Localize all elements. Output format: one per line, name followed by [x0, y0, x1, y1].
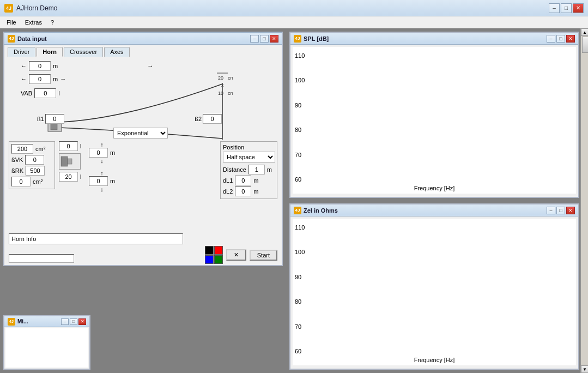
distance-label: Distance: [223, 166, 246, 173]
position-panel: Position Half space Full space Quarter s…: [220, 141, 277, 199]
small-box-input[interactable]: 0: [11, 177, 31, 186]
mini-titlebar: 4J Mi... – □ ✕: [4, 316, 89, 327]
throat-area-input[interactable]: 200: [11, 144, 33, 154]
distance-input[interactable]: 1: [248, 165, 265, 175]
flare-type-select[interactable]: Exponential Conical Tractrix Hyperbolic: [113, 128, 168, 139]
color-swatches: [205, 246, 223, 264]
flare-type-row: Exponential Conical Tractrix Hyperbolic: [113, 128, 168, 139]
app-title: AJHorn Demo: [16, 4, 549, 12]
horn-info-input[interactable]: Horn Info: [9, 233, 183, 244]
throat-params-box: 200 cm² ßVK 0 ßRK 500 0 cm²: [9, 141, 55, 189]
scroll-up-arrow[interactable]: ▲: [581, 28, 588, 36]
mini-close[interactable]: ✕: [78, 318, 86, 325]
dl2-input[interactable]: 0: [235, 186, 251, 196]
zel-y-90: 90: [295, 274, 305, 280]
minimize-button[interactable]: –: [549, 3, 560, 13]
throat-area-unit: cm²: [35, 146, 45, 152]
dl1-input[interactable]: 0: [235, 176, 251, 185]
data-input-minimize[interactable]: –: [250, 35, 259, 43]
duct-boxes: 0 l 20 l: [59, 141, 81, 182]
data-input-close[interactable]: ✕: [270, 35, 278, 43]
svg-rect-10: [68, 159, 72, 164]
progress-row: [9, 254, 74, 263]
spl-close[interactable]: ✕: [566, 35, 575, 43]
duct-vol2-input[interactable]: 20: [59, 172, 78, 182]
spl-title: SPL [dB]: [304, 35, 329, 42]
horn-info-row: Horn Info: [9, 233, 183, 244]
color-btn-4[interactable]: [214, 255, 223, 264]
zel-minimize[interactable]: –: [547, 207, 555, 214]
cancel-button[interactable]: ✕: [226, 249, 246, 261]
svg-text:cm: cm: [228, 75, 233, 81]
data-input-maximize[interactable]: □: [260, 35, 269, 43]
menu-help[interactable]: ?: [46, 18, 58, 27]
zel-chart-window: 4J Zel in Ohms – □ ✕ 110 100 90 80 70: [289, 203, 579, 370]
right-panel: 4J SPL [dB] – □ ✕ 110 100 90 80 70: [286, 28, 588, 373]
svg-text:x: x: [221, 82, 224, 88]
spl-controls: – □ ✕: [547, 35, 575, 43]
speaker-graphic: [59, 153, 81, 170]
position-label: Position: [223, 144, 275, 151]
zel-close[interactable]: ✕: [566, 207, 575, 214]
zel-y-axis: 110 100 90 80 70 60: [295, 224, 305, 354]
spl-minimize[interactable]: –: [547, 35, 555, 43]
tab-driver[interactable]: Driver: [8, 47, 35, 57]
spl-y-60: 60: [295, 176, 305, 183]
spl-maximize[interactable]: □: [556, 35, 565, 43]
tab-axes[interactable]: Axes: [104, 47, 129, 57]
data-input-window: 4J Data input – □ ✕ Driver Horn Crossove…: [3, 32, 283, 266]
zel-maximize[interactable]: □: [556, 207, 565, 214]
scroll-down-arrow[interactable]: ▼: [581, 365, 588, 373]
close-button[interactable]: ✕: [573, 3, 584, 13]
bvk-input[interactable]: 0: [25, 155, 44, 165]
b2-row: ß2 0: [195, 114, 222, 124]
mini-maximize[interactable]: □: [70, 318, 77, 325]
spl-x-label: Frequency [Hz]: [414, 185, 455, 191]
horn-tab-content: ← 0 m → ← 0 m → VAB 0 l: [4, 57, 282, 269]
color-btn-1[interactable]: [205, 246, 214, 255]
b2-input[interactable]: 0: [203, 114, 222, 124]
tabs-bar: Driver Horn Crossover Axes: [4, 45, 282, 57]
tab-crossover[interactable]: Crossover: [64, 47, 103, 57]
duct-len1-input[interactable]: 0: [89, 148, 108, 158]
duct-len2-input[interactable]: 0: [89, 176, 108, 186]
svg-text:10: 10: [218, 91, 223, 96]
mini-icon: 4J: [8, 318, 15, 326]
spl-y-90: 90: [295, 102, 305, 109]
scroll-thumb[interactable]: [582, 37, 588, 53]
b1-input[interactable]: 0: [45, 114, 64, 124]
b1-row: ß1 0: [37, 114, 64, 124]
duct-vol1-input[interactable]: 0: [59, 141, 78, 151]
main-area: 4J Data input – □ ✕ Driver Horn Crossove…: [0, 28, 588, 373]
data-input-titlebar: 4J Data input – □ ✕: [4, 33, 282, 45]
svg-rect-9: [61, 157, 68, 166]
title-bar: 4J AJHorn Demo – □ ✕: [0, 0, 588, 16]
data-input-controls: – □ ✕: [250, 35, 278, 43]
action-buttons: ✕ Start: [205, 246, 277, 264]
position-type-select[interactable]: Half space Full space Quarter space Eigh…: [223, 152, 275, 163]
mini-content[interactable]: [5, 328, 88, 368]
maximize-button[interactable]: □: [561, 3, 572, 13]
zel-y-70: 70: [295, 323, 305, 330]
zel-y-110: 110: [295, 224, 305, 231]
spl-titlebar: 4J SPL [dB] – □ ✕: [290, 33, 578, 45]
color-btn-2[interactable]: [214, 246, 223, 255]
progress-bar: [9, 254, 74, 263]
start-button[interactable]: Start: [250, 250, 277, 261]
data-input-icon: 4J: [8, 35, 15, 43]
svg-text:cm: cm: [228, 91, 233, 96]
menu-file[interactable]: File: [2, 18, 21, 27]
mini-window: 4J Mi... – □ ✕: [3, 315, 90, 370]
app-icon: 4J: [4, 4, 13, 13]
brk-input[interactable]: 500: [26, 166, 45, 176]
mini-minimize[interactable]: –: [61, 318, 69, 325]
color-btn-3[interactable]: [205, 255, 214, 264]
duct-lengths: ↑ 0 m ↓ ↑ 0 m ↓: [89, 141, 115, 192]
spl-icon: 4J: [294, 35, 301, 43]
main-scrollbar[interactable]: ▲ ▼: [580, 28, 588, 373]
menu-extras[interactable]: Extras: [21, 18, 46, 27]
tab-horn[interactable]: Horn: [37, 47, 63, 57]
zel-title: Zel in Ohms: [304, 207, 338, 214]
svg-text:20: 20: [218, 75, 223, 81]
spl-chart-area: 110 100 90 80 70 60 Frequency [Hz]: [293, 47, 576, 194]
